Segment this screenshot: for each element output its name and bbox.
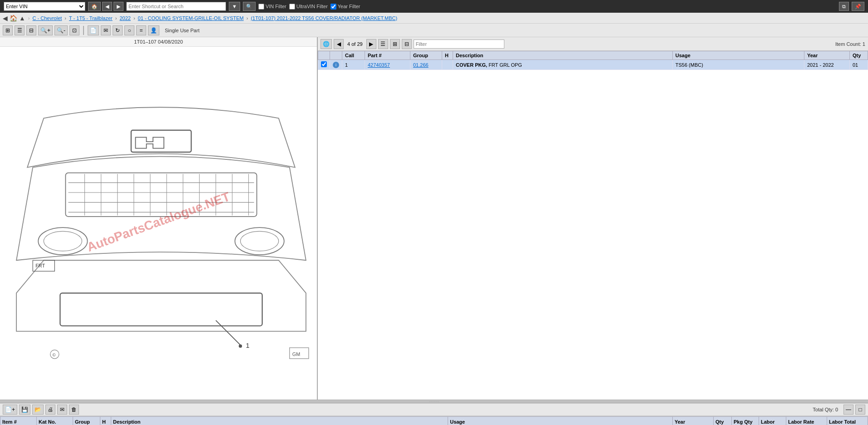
search-input[interactable] xyxy=(126,2,226,11)
vin-filter-checkbox[interactable] xyxy=(258,4,264,10)
nav-home-icon[interactable]: 🏠 xyxy=(10,15,17,22)
window-icon-btn[interactable]: ⧉ xyxy=(839,2,849,11)
split-view: 1T01–107 04/08/2020 xyxy=(0,37,868,400)
nav-sep-3: › xyxy=(133,15,135,21)
parts-table-container[interactable]: Call Part # Group H Description Usage Ye… xyxy=(318,51,868,400)
year-filter-label: Year Filter xyxy=(330,4,360,10)
ultravin-filter-checkbox[interactable] xyxy=(289,4,295,10)
part-number-link[interactable]: 42740357 xyxy=(368,62,390,68)
col-header-group: Group xyxy=(410,51,442,60)
item-count: Item Count: 1 xyxy=(835,41,865,47)
diagram-image[interactable]: 1 FRT GM © AutoPartsCatalogue.NET xyxy=(0,47,317,397)
tool-zoom-out-btn[interactable]: 🔍- xyxy=(54,25,68,35)
tool-circle-btn[interactable]: ○ xyxy=(124,25,134,35)
tool-fit-btn[interactable]: ⊡ xyxy=(69,25,79,35)
nav-sep-0: › xyxy=(28,15,30,21)
nav-up-icon[interactable]: ▲ xyxy=(19,15,25,22)
svg-text:1: 1 xyxy=(246,342,250,349)
info-icon[interactable]: i xyxy=(333,62,339,68)
cart-open-btn[interactable]: 📂 xyxy=(32,405,44,415)
tool-refresh-btn[interactable]: ↻ xyxy=(113,25,123,35)
order-col-h: H xyxy=(100,417,111,425)
nav-sep-1: › xyxy=(64,15,66,21)
breadcrumb-system[interactable]: 01 - COOLING SYSTEM-GRILLE-OIL SYSTEM xyxy=(138,15,244,21)
svg-text:GM: GM xyxy=(292,351,300,357)
order-col-laborrate: Labor Rate xyxy=(786,417,827,425)
row-description: COVER PKG, FRT GRL OPG xyxy=(453,60,673,70)
order-col-usage: Usage xyxy=(448,417,673,425)
back-icon-btn[interactable]: ◀ xyxy=(102,2,112,11)
row-partnum[interactable]: 42740357 xyxy=(365,60,410,70)
parts-globe-btn[interactable]: 🌐 xyxy=(321,39,332,49)
breadcrumb-current[interactable]: (1T01-107) 2021-2022 TS56 COVER/RADIATOR… xyxy=(251,15,397,21)
order-col-katno: Kat No. xyxy=(37,417,73,425)
order-col-qty: Qty xyxy=(714,417,732,425)
tool-grid-btn[interactable]: ⊞ xyxy=(3,25,13,35)
parts-toolbar-left: 🌐 ◀ 4 of 29 ▶ ☰ ⊞ ⊟ xyxy=(321,39,504,49)
parts-toolbar: 🌐 ◀ 4 of 29 ▶ ☰ ⊞ ⊟ Item Count: 1 xyxy=(318,37,868,51)
col-header-partnum: Part # xyxy=(365,51,410,60)
parts-expand-btn[interactable]: ⊟ xyxy=(402,39,412,49)
breadcrumb-chevrolet[interactable]: C - Chevrolet xyxy=(33,15,62,21)
svg-point-19 xyxy=(239,345,242,348)
order-col-item: Item # xyxy=(0,417,37,425)
tool-mail-btn[interactable]: ✉ xyxy=(101,25,111,35)
tool-zoom-in-btn[interactable]: 🔍+ xyxy=(38,25,53,35)
svg-text:©: © xyxy=(53,352,56,357)
parts-nav-next[interactable]: ▶ xyxy=(366,39,376,49)
parts-grid-btn[interactable]: ⊞ xyxy=(390,39,400,49)
resize-min-btn[interactable]: — xyxy=(843,405,853,415)
splitter-handle[interactable]: · · · · · xyxy=(0,400,868,403)
parts-list-btn[interactable]: ☰ xyxy=(378,39,388,49)
svg-point-22 xyxy=(44,231,82,251)
cart-add-btn[interactable]: 📄+ xyxy=(3,405,17,415)
svg-rect-17 xyxy=(60,293,262,326)
tool-equals-btn[interactable]: = xyxy=(136,25,146,35)
total-qty-label: Total Qty: 0 xyxy=(813,407,838,412)
row-qty: 01 xyxy=(850,60,868,70)
tool-expand-btn[interactable]: ⊟ xyxy=(26,25,36,35)
svg-line-18 xyxy=(216,321,240,345)
breadcrumb-year[interactable]: 2022 xyxy=(119,15,130,21)
parts-table-header: Call Part # Group H Description Usage Ye… xyxy=(318,51,868,60)
tool-page-btn[interactable]: 📄 xyxy=(88,25,99,35)
magnify-btn[interactable]: 🔍 xyxy=(243,2,256,11)
year-filter-checkbox[interactable] xyxy=(330,4,336,10)
nav-back-icon[interactable]: ◀ xyxy=(3,15,8,22)
tool-list-btn[interactable]: ☰ xyxy=(15,25,25,35)
pin-icon-btn[interactable]: 📌 xyxy=(852,2,864,11)
main-toolbar: ⊞ ☰ ⊟ 🔍+ 🔍- ⊡ 📄 ✉ ↻ ○ = 👤 Single Use Par… xyxy=(0,24,868,37)
row-info[interactable]: i xyxy=(330,60,342,70)
resize-max-btn[interactable]: □ xyxy=(855,405,865,415)
row-checkbox[interactable] xyxy=(318,60,330,70)
parts-nav-prev[interactable]: ◀ xyxy=(334,39,344,49)
diagram-panel: 1T01–107 04/08/2020 xyxy=(0,37,318,400)
parts-nav-current: 4 of 29 xyxy=(345,41,365,47)
bottom-toolbar: 📄+ 💾 📂 🖨 ✉ 🗑 Total Qty: 0 — □ xyxy=(0,403,868,416)
row-h xyxy=(442,60,453,70)
order-table: Item # Kat No. Group H Description Usage… xyxy=(0,416,868,425)
cart-save-btn[interactable]: 💾 xyxy=(19,405,30,415)
nav-bar: ◀ 🏠 ▲ › C - Chevrolet › T - 1T5 - Trailb… xyxy=(0,13,868,24)
order-col-group: Group xyxy=(73,417,100,425)
table-row[interactable]: i 1 42740357 01.266 COVER PKG, FRT GRL O… xyxy=(318,60,868,70)
col-header-call: Call xyxy=(342,51,365,60)
row-usage: TS56 (MBC) xyxy=(672,60,804,70)
order-col-labortotal: Labor Total xyxy=(827,417,868,425)
row-group[interactable]: 01.266 xyxy=(410,60,442,70)
diagram-header: 1T01–107 04/08/2020 xyxy=(0,37,317,47)
order-table-container: Item # Kat No. Group H Description Usage… xyxy=(0,416,868,425)
cart-print-btn[interactable]: 🖨 xyxy=(45,405,55,415)
ultravin-filter-label: UltraVIN Filter xyxy=(289,4,328,10)
search-dropdown-btn[interactable]: ▼ xyxy=(229,2,240,11)
filter-input[interactable] xyxy=(414,40,504,49)
svg-point-24 xyxy=(241,231,279,251)
forward-icon-btn[interactable]: ▶ xyxy=(113,2,123,11)
group-link[interactable]: 01.266 xyxy=(413,62,429,68)
cart-delete-btn[interactable]: 🗑 xyxy=(69,405,79,415)
home-icon-btn[interactable]: 🏠 xyxy=(88,2,101,11)
cart-mail-btn[interactable]: ✉ xyxy=(57,405,67,415)
vin-select[interactable]: Enter VIN xyxy=(4,2,85,11)
breadcrumb-trailblazer[interactable]: T - 1T5 - Trailblazer xyxy=(69,15,113,21)
tool-person-btn[interactable]: 👤 xyxy=(148,25,159,35)
